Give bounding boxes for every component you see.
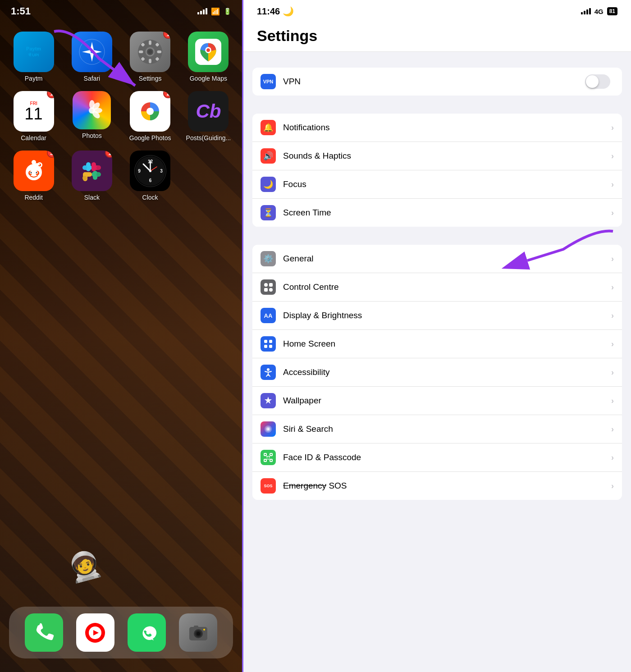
signal-bar-2 (200, 11, 202, 14)
accessibility-icon (261, 365, 276, 380)
accessibility-chevron: › (611, 368, 614, 377)
paytm-label: Paytm (25, 75, 43, 82)
bell-icon: 🔔 (263, 123, 273, 133)
settings-item-vpn[interactable]: VPN VPN (252, 68, 622, 96)
dock-youtube[interactable] (76, 613, 114, 652)
google-photos-badge: 2 (163, 91, 170, 98)
settings-item-notifications[interactable]: 🔔 Notifications › (252, 114, 622, 142)
settings-item-accessibility[interactable]: Accessibility › (252, 358, 622, 387)
svg-rect-70 (264, 345, 267, 348)
posts-icon[interactable]: Cb (188, 91, 229, 132)
control-grid (264, 283, 273, 292)
settings-item-face-id[interactable]: Face ID & Passcode › (252, 443, 622, 472)
section-gap-2 (243, 236, 631, 245)
svg-point-72 (267, 368, 270, 371)
svg-point-75 (267, 428, 269, 430)
slack-label: Slack (84, 194, 100, 201)
moon-icon: 🌙 (263, 179, 273, 189)
control-centre-chevron: › (611, 283, 614, 292)
calendar-date: 11 (25, 106, 43, 122)
svg-point-32 (36, 172, 37, 174)
clock-label: Clock (142, 194, 158, 201)
signal-bar-1 (197, 12, 199, 14)
signal-bar-r1 (581, 12, 583, 14)
notifications-icon: 🔔 (261, 120, 276, 135)
settings-title-bar: Settings (243, 23, 631, 52)
reddit-badge: 3 (47, 151, 54, 158)
settings-content[interactable]: VPN VPN 🔔 Notifications › 🔊 (243, 52, 631, 672)
status-bar-left: 1:51 📶 🔋 (0, 0, 242, 23)
section-gap-vpn (243, 59, 631, 68)
battery-level: 81 (607, 7, 617, 15)
left-panel: 1:51 📶 🔋 P (0, 0, 243, 672)
time-display-left: 1:51 (11, 5, 31, 17)
signal-bar-r2 (584, 11, 585, 14)
settings-item-screen-time[interactable]: ⏳ Screen Time › (252, 199, 622, 227)
home-screen-label: Home Screen (283, 339, 611, 349)
signal-strength-left (197, 8, 207, 14)
settings-item-display[interactable]: AA Display & Brightness › (252, 302, 622, 330)
accessibility-label: Accessibility (283, 367, 611, 377)
slack-icon[interactable]: 1 (72, 151, 112, 191)
screen-time-label: Screen Time (283, 208, 611, 218)
dock (9, 607, 233, 658)
speaker-icon: 🔊 (263, 151, 273, 161)
app-slack[interactable]: 1 Slack (67, 151, 116, 201)
dock-phone[interactable] (25, 613, 63, 652)
signal-strength-right (581, 8, 591, 14)
clock-icon[interactable]: 12 3 6 9 (130, 151, 170, 191)
general-section-wrapper: ⚙️ General › Control Centre (243, 236, 631, 500)
svg-point-81 (269, 456, 270, 457)
settings-item-emergency[interactable]: SOS Emergency SOS › (252, 472, 622, 500)
status-icons-right: 4G 81 (581, 7, 617, 15)
settings-title: Settings (257, 27, 317, 44)
app-reddit[interactable]: 3 Reddit (9, 151, 58, 201)
section-gap-1 (243, 105, 631, 114)
settings-item-siri[interactable]: Siri & Search › (252, 415, 622, 443)
settings-item-sounds[interactable]: 🔊 Sounds & Haptics › (252, 142, 622, 170)
dock-whatsapp[interactable] (128, 613, 166, 652)
network-type: 4G (594, 8, 604, 15)
hourglass-icon: ⏳ (263, 208, 273, 218)
moon-icon-right: 🌙 (283, 6, 294, 16)
vpn-text: VPN (263, 79, 274, 84)
face-id-icon (261, 450, 276, 465)
reddit-icon[interactable]: 3 (14, 151, 54, 191)
c3 (264, 288, 268, 292)
settings-item-control-centre[interactable]: Control Centre › (252, 273, 622, 302)
general-label: General (283, 254, 611, 264)
signal-bar-4 (206, 8, 207, 14)
vpn-icon: VPN (261, 74, 276, 89)
sounds-label: Sounds & Haptics (283, 151, 611, 161)
svg-point-18 (207, 48, 210, 52)
svg-rect-69 (269, 340, 272, 343)
focus-chevron: › (611, 180, 614, 189)
settings-item-home-screen[interactable]: Home Screen › (252, 330, 622, 358)
signal-bar-r4 (589, 8, 591, 14)
app-google-maps[interactable]: Google Maps (184, 32, 233, 82)
vpn-section: VPN VPN (252, 68, 622, 96)
svg-point-25 (146, 108, 154, 115)
gear-icon: ⚙️ (263, 254, 273, 264)
aa-text: AA (264, 312, 273, 319)
settings-item-general[interactable]: ⚙️ General › (252, 245, 622, 273)
svg-point-23 (89, 107, 95, 114)
google-maps-icon[interactable] (188, 32, 229, 72)
home-screen-icon (261, 336, 276, 352)
settings-item-wallpaper[interactable]: Wallpaper › (252, 387, 622, 415)
battery-icon-left: 🔋 (224, 8, 231, 15)
display-icon: AA (261, 308, 276, 323)
dock-camera[interactable] (179, 613, 217, 652)
app-posts[interactable]: Cb Posts(Guiding... (184, 91, 233, 142)
status-bar-right: 11:46 🌙 4G 81 (243, 0, 631, 23)
siri-icon (261, 421, 276, 437)
settings-item-focus[interactable]: 🌙 Focus › (252, 170, 622, 199)
posts-label: Posts(Guiding... (186, 134, 231, 142)
bottom-spacer (243, 509, 631, 527)
focus-icon: 🌙 (261, 177, 276, 192)
posts-letter: Cb (196, 101, 221, 122)
vpn-toggle[interactable] (585, 74, 610, 89)
control-centre-label: Control Centre (283, 282, 611, 292)
app-clock[interactable]: 12 3 6 9 Clock (126, 151, 175, 201)
display-label: Display & Brightness (283, 311, 611, 320)
